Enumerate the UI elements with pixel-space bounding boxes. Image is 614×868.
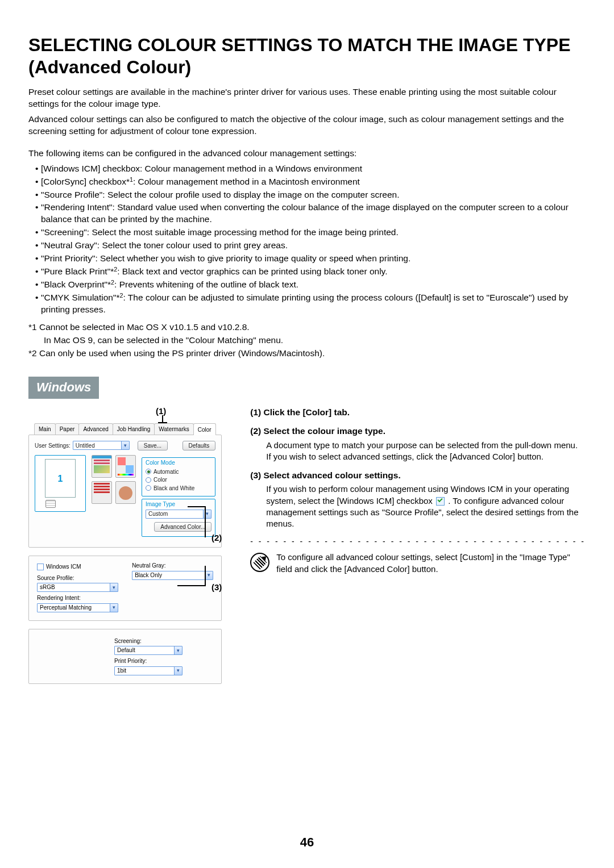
group-title-color-mode: Color Mode <box>146 459 211 467</box>
user-settings-select[interactable]: Untitled ▾ <box>73 441 130 450</box>
thumb-text <box>92 481 112 504</box>
neutral-gray-label: Neutral Gray: <box>132 562 213 570</box>
advanced-color-button[interactable]: Advanced Color... <box>154 522 211 532</box>
user-settings-label: User Settings: <box>35 442 70 450</box>
steps-list: (1) Click the [Color] tab. (2) Select th… <box>250 407 586 529</box>
rendering-intent-label: Rendering Intent: <box>37 594 118 602</box>
rendering-intent-select[interactable]: Perceptual Matching▾ <box>37 603 118 612</box>
radio-automatic[interactable]: Automatic <box>146 468 211 476</box>
intro-paragraph-1: Preset colour settings are available in … <box>28 86 586 110</box>
print-priority-select[interactable]: 1bit▾ <box>114 666 182 675</box>
chevron-down-icon: ▾ <box>174 667 182 675</box>
neutral-gray-select[interactable]: Black Only▾ <box>132 571 213 580</box>
tab-main[interactable]: Main <box>34 423 56 435</box>
tab-paper[interactable]: Paper <box>55 423 80 435</box>
divider-dashes: - - - - - - - - - - - - - - - - - - - - … <box>250 536 586 547</box>
list-item: "Neutral Gray": Select the toner colour … <box>35 240 586 252</box>
defaults-button[interactable]: Defaults <box>182 441 216 451</box>
step-1-title: (1) Click the [Color] tab. <box>250 407 586 419</box>
group-color-mode: Color Mode Automatic Color Black and Whi… <box>142 457 215 496</box>
list-item: "Black Overprint"*2: Prevents whitening … <box>35 279 586 291</box>
print-priority-label: Print Priority: <box>114 657 213 665</box>
screenshot-driver-dialog: (1) Main Paper Advanced Job Handling Wat… <box>28 407 222 684</box>
checked-checkbox-icon <box>436 497 445 506</box>
tab-strip: Main Paper Advanced Job Handling Waterma… <box>34 423 222 435</box>
step-2: (2) Select the colour image type. A docu… <box>250 425 586 462</box>
page-title: SELECTING COLOUR SETTINGS TO MATCH THE I… <box>28 34 586 78</box>
preview-page-number: 1 <box>45 459 76 498</box>
intro-paragraph-1b: Advanced colour settings can also be con… <box>28 114 586 137</box>
tab-color[interactable]: Color <box>193 423 216 435</box>
chevron-down-icon: ▾ <box>205 571 213 579</box>
radio-black-and-white[interactable]: Black and White <box>146 485 211 493</box>
list-item: "CMYK Simulation"*2: The colour can be a… <box>35 292 586 316</box>
panel-color-tab: User Settings: Untitled ▾ Save... Defaul… <box>28 435 222 548</box>
os-heading-windows: Windows <box>28 377 99 399</box>
callout-3-label: (3) <box>211 582 222 593</box>
tip-note: To configure all advanced colour setting… <box>250 552 586 575</box>
thumb-document <box>92 455 112 478</box>
chevron-down-icon: ▾ <box>110 583 118 591</box>
pencil-icon <box>250 553 269 572</box>
step-3: (3) Select advanced colour settings. If … <box>250 470 586 530</box>
footnote-2: *2 Can only be used when using the PS pr… <box>28 348 586 360</box>
tab-advanced[interactable]: Advanced <box>78 423 113 435</box>
screenshot-screening-fragment: Screening: Default▾ Print Priority: 1bit… <box>28 629 222 684</box>
step-3-title: (3) Select advanced colour settings. <box>250 470 586 482</box>
source-profile-label: Source Profile: <box>37 574 118 582</box>
list-item: "Rendering Intent": Standard value used … <box>35 202 586 226</box>
windows-icm-checkbox[interactable]: Windows ICM <box>37 563 118 571</box>
source-profile-select[interactable]: sRGB▾ <box>37 583 118 592</box>
preview-tray-icon <box>45 500 56 508</box>
intro-paragraph-2: The following items can be configured in… <box>28 148 586 160</box>
list-item: [ColorSync] checkbox*1: Colour managemen… <box>35 176 586 188</box>
footnotes: *1 Cannot be selected in Mac OS X v10.1.… <box>28 322 586 360</box>
radio-color[interactable]: Color <box>146 476 211 484</box>
chevron-down-icon: ▾ <box>174 646 182 654</box>
footnote-1b: In Mac OS 9, can be selected in the "Col… <box>44 335 586 347</box>
list-item: "Source Profile": Select the colour prof… <box>35 189 586 201</box>
footnote-1: *1 Cannot be selected in Mac OS X v10.1.… <box>28 322 586 333</box>
chevron-down-icon: ▾ <box>121 441 129 449</box>
list-item: [Windows ICM] checkbox: Colour managemen… <box>35 163 586 175</box>
page-number: 46 <box>0 834 614 851</box>
image-type-select[interactable]: Custom ▾ <box>146 510 211 519</box>
settings-bullet-list: [Windows ICM] checkbox: Colour managemen… <box>28 163 586 316</box>
step-2-title: (2) Select the colour image type. <box>250 425 586 437</box>
screening-select[interactable]: Default▾ <box>114 646 182 655</box>
list-item: "Pure Black Print"*2: Black text and vec… <box>35 266 586 278</box>
thumb-graphics <box>115 455 136 478</box>
list-item: "Print Priority": Select whether you wis… <box>35 253 586 265</box>
callout-2-label: (2) <box>211 532 222 544</box>
thumb-photo <box>115 481 136 504</box>
save-button[interactable]: Save... <box>138 441 168 451</box>
tab-job-handling[interactable]: Job Handling <box>113 423 155 435</box>
screenshot-advanced-color-dialog: Windows ICM Source Profile: sRGB▾ Render… <box>28 556 222 621</box>
chevron-down-icon: ▾ <box>110 604 118 612</box>
list-item: "Screening": Select the most suitable im… <box>35 227 586 239</box>
step-1: (1) Click the [Color] tab. <box>250 407 586 419</box>
screening-label: Screening: <box>114 637 213 645</box>
callout-1-label: (1) <box>156 406 166 417</box>
checkbox-icon <box>37 564 44 570</box>
tab-watermarks[interactable]: Watermarks <box>154 423 194 435</box>
tip-text: To configure all advanced colour setting… <box>276 552 586 575</box>
page-preview: 1 <box>35 455 86 512</box>
